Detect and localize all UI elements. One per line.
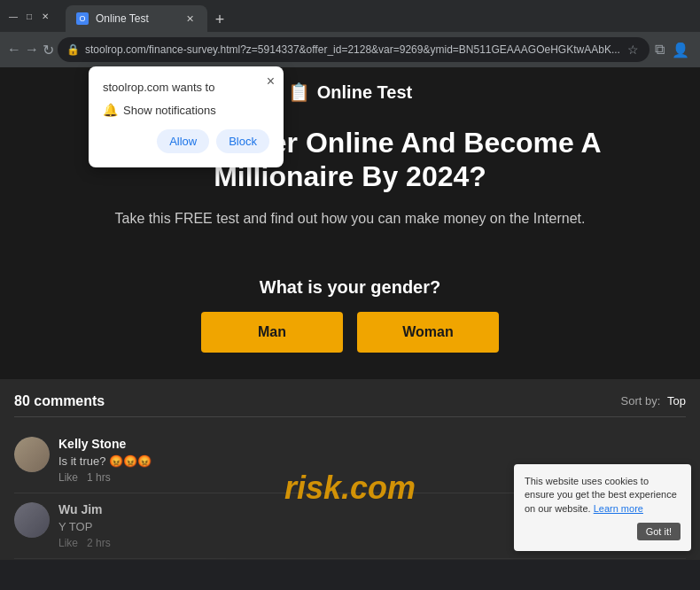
man-button[interactable]: Man — [201, 312, 343, 353]
notification-popup: × stoolrop.com wants to 🔔 Show notificat… — [89, 66, 284, 167]
comment-time: 2 hrs — [87, 537, 111, 549]
minimize-button[interactable]: — — [7, 10, 19, 22]
comments-header: 80 comments Sort by: Top — [14, 393, 686, 417]
menu-icon[interactable]: ⋮ — [695, 40, 700, 60]
commenter-name: Kelly Stone — [58, 437, 686, 451]
cookie-banner: This website uses cookies to ensure you … — [514, 464, 691, 551]
logo-icon: 📋 — [288, 82, 310, 103]
cookie-text: This website uses cookies to ensure you … — [525, 475, 681, 516]
tab-favicon: O — [76, 12, 89, 25]
cookie-ok-button[interactable]: Got it! — [637, 523, 681, 540]
maximize-button[interactable]: □ — [23, 10, 35, 22]
sort-by-label: Sort by: Top — [621, 394, 686, 408]
nav-bar: ← → ↻ 🔒 stoolrop.com/finance-survey.html… — [0, 32, 700, 67]
list-item: Jean Bellmore IRA Ruccino Like 3 hrs — [14, 559, 686, 560]
hero-subtext: Take this FREE test and find out how you… — [35, 208, 665, 229]
lock-icon: 🔒 — [66, 43, 80, 56]
popup-notification-row: 🔔 Show notifications — [103, 103, 269, 117]
show-notifications-text: Show notifications — [123, 104, 216, 117]
forward-button[interactable]: → — [25, 37, 39, 62]
profile-icon[interactable]: 👤 — [670, 40, 691, 60]
new-tab-button[interactable]: + — [207, 7, 232, 32]
popup-buttons: Allow Block — [103, 129, 269, 153]
popup-title: stoolrop.com wants to — [103, 81, 269, 94]
close-button[interactable]: ✕ — [39, 10, 51, 22]
like-label[interactable]: Like — [58, 537, 78, 549]
back-button[interactable]: ← — [7, 37, 21, 62]
gender-section: What is your gender? Man Woman — [0, 268, 700, 370]
avatar — [14, 437, 50, 472]
browser-chrome: — □ ✕ O Online Test ✕ + ← → ↻ 🔒 stoolrop… — [0, 0, 700, 67]
popup-close-button[interactable]: × — [267, 74, 275, 89]
title-bar: — □ ✕ O Online Test ✕ + — [0, 0, 700, 32]
comment-time: 1 hrs — [87, 471, 111, 484]
allow-button[interactable]: Allow — [157, 129, 209, 153]
block-button[interactable]: Block — [216, 129, 269, 153]
woman-button[interactable]: Woman — [357, 312, 499, 353]
tab-title: Online Test — [96, 12, 149, 25]
url-text: stoolrop.com/finance-survey.html?z=59143… — [85, 43, 620, 56]
gender-buttons: Man Woman — [0, 312, 700, 353]
gender-question: What is your gender? — [0, 277, 700, 298]
comments-count: 80 comments — [14, 393, 105, 409]
window-controls: — □ ✕ — [7, 10, 51, 22]
address-bar[interactable]: 🔒 stoolrop.com/finance-survey.html?z=591… — [58, 37, 649, 62]
site-title: Online Test — [317, 82, 412, 103]
refresh-button[interactable]: ↻ — [43, 37, 54, 62]
learn-more-link[interactable]: Learn more — [594, 503, 643, 514]
tab-close-button[interactable]: ✕ — [183, 12, 197, 26]
active-tab[interactable]: O Online Test ✕ — [66, 5, 207, 32]
extensions-icon[interactable]: ⧉ — [653, 40, 666, 59]
tab-bar: O Online Test ✕ + — [58, 0, 693, 32]
avatar — [14, 502, 50, 538]
bookmark-icon[interactable]: ☆ — [626, 41, 641, 58]
bell-icon: 🔔 — [103, 103, 118, 117]
like-label[interactable]: Like — [58, 471, 78, 484]
